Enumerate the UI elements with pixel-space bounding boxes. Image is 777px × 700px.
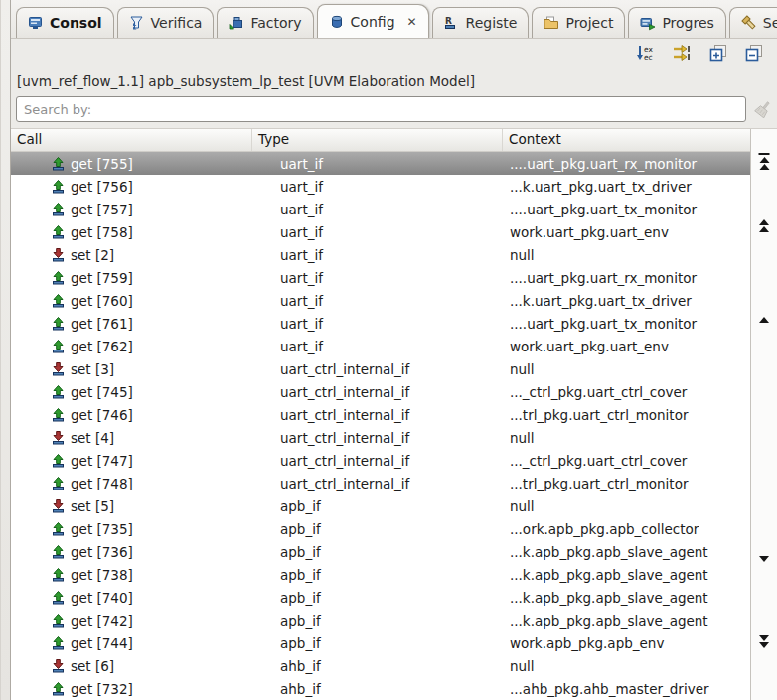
- table-row[interactable]: get [762] uart_if work.uart_pkg.uart_env: [11, 335, 750, 357]
- get-arrow-up-icon: [52, 340, 65, 353]
- table-row[interactable]: get [732] ahb_if ...ahb_pkg.ahb_master_d…: [11, 677, 750, 700]
- scroll-down-double-marker[interactable]: [759, 635, 769, 649]
- call-label: get [742]: [71, 613, 133, 629]
- call-label: get [740]: [71, 590, 133, 606]
- table-row[interactable]: get [755] uart_if ....uart_pkg.uart_rx_m…: [11, 152, 750, 175]
- set-arrow-down-icon: [52, 431, 65, 445]
- get-arrow-up-icon: [52, 477, 65, 490]
- tab-console[interactable]: Consol: [16, 7, 114, 38]
- type-cell: apb_if: [252, 498, 503, 514]
- call-label: set [6]: [71, 658, 114, 674]
- search-input[interactable]: [16, 96, 746, 122]
- tab-config[interactable]: Config ✕: [317, 4, 429, 38]
- call-cell: set [6]: [11, 658, 252, 674]
- table-row[interactable]: get [742] apb_if ...k.apb_pkg.apb_slave_…: [11, 609, 750, 631]
- table-body: get [755] uart_if ....uart_pkg.uart_rx_m…: [11, 152, 750, 700]
- call-cell: get [760]: [11, 293, 252, 309]
- close-icon[interactable]: ✕: [407, 15, 417, 29]
- table-row[interactable]: get [747] uart_ctrl_internal_if ..._ctrl…: [11, 449, 750, 472]
- get-arrow-up-icon: [52, 271, 65, 285]
- table-row[interactable]: get [745] uart_ctrl_internal_if ..._ctrl…: [11, 380, 750, 403]
- step-filter-icon[interactable]: [672, 44, 694, 62]
- table-row[interactable]: get [759] uart_if ....uart_pkg.uart_rx_m…: [11, 266, 750, 289]
- get-arrow-up-icon: [52, 454, 65, 468]
- column-header-context[interactable]: Context: [503, 129, 750, 151]
- call-cell: get [758]: [11, 224, 252, 240]
- clear-search-broom-icon[interactable]: [751, 98, 775, 120]
- collapse-all-icon[interactable]: [743, 44, 765, 62]
- tab-project[interactable]: Project: [532, 7, 625, 38]
- type-cell: apb_if: [252, 567, 503, 583]
- table-row[interactable]: set [3] uart_ctrl_internal_if null: [11, 357, 750, 380]
- context-cell: ....uart_pkg.uart_rx_monitor: [503, 270, 750, 286]
- table-row[interactable]: get [736] apb_if ...k.apb_pkg.apb_slave_…: [11, 540, 750, 563]
- call-cell: get [738]: [11, 567, 252, 583]
- progress-icon: [640, 15, 656, 31]
- call-cell: set [3]: [11, 361, 252, 377]
- table-row[interactable]: get [740] apb_if ...k.apb_pkg.apb_slave_…: [11, 586, 750, 609]
- call-cell: get [740]: [11, 590, 252, 606]
- column-header-call[interactable]: Call: [11, 129, 252, 151]
- table-row[interactable]: set [4] uart_ctrl_internal_if null: [11, 426, 750, 449]
- context-cell: ....uart_pkg.uart_tx_monitor: [503, 316, 750, 332]
- table-row[interactable]: get [760] uart_if ...k.uart_pkg.uart_tx_…: [11, 289, 750, 312]
- tab-verification[interactable]: Verifica: [117, 7, 215, 38]
- call-cell: get [735]: [11, 521, 252, 537]
- scroll-to-top-marker[interactable]: [759, 153, 770, 170]
- main-panel: Consol Verifica Factory Config ✕: [11, 0, 777, 700]
- call-label: get [762]: [71, 339, 133, 354]
- table-row[interactable]: set [5] apb_if null: [11, 494, 750, 517]
- expand-all-icon[interactable]: [707, 44, 729, 62]
- tab-label: Verifica: [151, 15, 203, 31]
- call-cell: get [747]: [11, 453, 252, 469]
- tab-factory[interactable]: Factory: [217, 7, 313, 38]
- tab-registers[interactable]: R Registe: [432, 7, 530, 38]
- context-cell: null: [503, 430, 750, 446]
- type-cell: uart_ctrl_internal_if: [252, 430, 503, 446]
- context-cell: ...k.apb_pkg.apb_slave_agent: [503, 613, 750, 629]
- collapsed-panel-strip[interactable]: [0, 0, 11, 700]
- column-header-type[interactable]: Type: [252, 129, 503, 151]
- project-folder-icon: [544, 15, 559, 31]
- scroll-up-double-marker[interactable]: [759, 218, 769, 232]
- call-label: get [738]: [71, 567, 133, 583]
- call-label: get [759]: [71, 270, 133, 286]
- table-row[interactable]: set [2] uart_if null: [11, 243, 750, 266]
- get-arrow-up-icon: [52, 225, 65, 239]
- scroll-down-marker[interactable]: [759, 556, 769, 563]
- type-cell: uart_if: [252, 247, 503, 263]
- type-cell: ahb_if: [252, 658, 503, 674]
- get-arrow-up-icon: [52, 568, 65, 582]
- table-row[interactable]: get [735] apb_if ...ork.apb_pkg.apb_coll…: [11, 517, 750, 540]
- call-cell: get [757]: [11, 202, 252, 217]
- call-label: set [4]: [71, 430, 114, 446]
- type-cell: uart_ctrl_internal_if: [252, 476, 503, 491]
- type-cell: uart_if: [252, 293, 503, 309]
- table-row[interactable]: get [757] uart_if ....uart_pkg.uart_tx_m…: [11, 198, 750, 220]
- call-cell: get [756]: [11, 179, 252, 195]
- tab-progress[interactable]: Progres: [628, 7, 725, 38]
- sort-execution-order-icon[interactable]: exec: [636, 44, 658, 62]
- table-row[interactable]: set [6] ahb_if null: [11, 654, 750, 677]
- table-row[interactable]: get [761] uart_if ....uart_pkg.uart_tx_m…: [11, 312, 750, 335]
- table-row[interactable]: get [758] uart_if work.uart_pkg.uart_env: [11, 220, 750, 243]
- table-row[interactable]: get [744] apb_if work.apb_pkg.apb_env: [11, 631, 750, 654]
- call-cell: get [748]: [11, 476, 252, 491]
- type-cell: uart_ctrl_internal_if: [252, 384, 503, 400]
- content-row: Call Type Context get [755] uart_if ....…: [11, 128, 777, 700]
- type-cell: apb_if: [252, 613, 503, 629]
- call-label: get [746]: [71, 407, 133, 423]
- overview-ruler[interactable]: [750, 129, 777, 700]
- get-arrow-up-icon: [52, 636, 65, 650]
- table-row[interactable]: get [748] uart_ctrl_internal_if ...trl_p…: [11, 472, 750, 494]
- scroll-up-marker[interactable]: [759, 316, 769, 323]
- context-cell: null: [503, 361, 750, 377]
- tab-search[interactable]: Search: [729, 7, 777, 38]
- set-arrow-down-icon: [52, 362, 65, 376]
- table-row[interactable]: get [756] uart_if ...k.uart_pkg.uart_tx_…: [11, 175, 750, 198]
- get-arrow-up-icon: [52, 545, 65, 559]
- tab-label: Registe: [466, 15, 518, 31]
- table-row[interactable]: get [746] uart_ctrl_internal_if ...trl_p…: [11, 403, 750, 426]
- table-row[interactable]: get [738] apb_if ...k.apb_pkg.apb_slave_…: [11, 563, 750, 586]
- call-label: get [760]: [71, 293, 133, 309]
